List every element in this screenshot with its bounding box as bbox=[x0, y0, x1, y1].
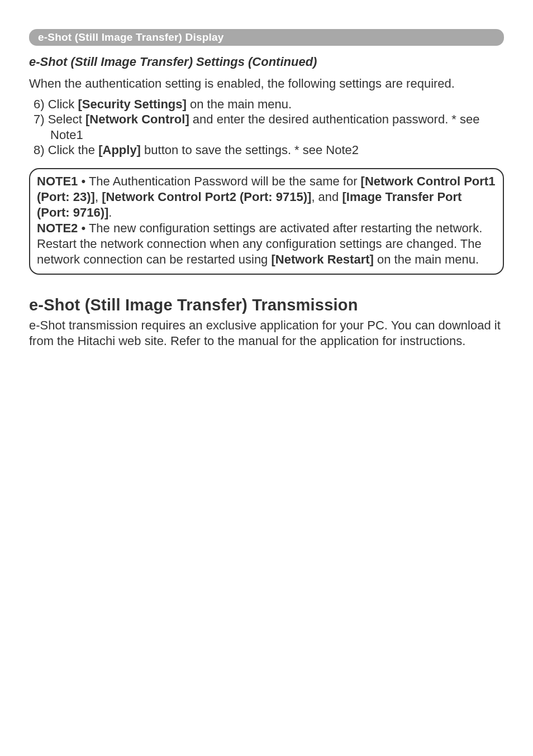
step-bold: [Apply] bbox=[98, 143, 141, 157]
note1: NOTE1 • The Authentication Password will… bbox=[37, 174, 496, 221]
step-text: button to save the settings. * see Note2 bbox=[141, 143, 359, 157]
subtitle: e-Shot (Still Image Transfer) Settings (… bbox=[29, 55, 504, 69]
note-bold: [Network Restart] bbox=[271, 252, 373, 266]
step-6: 6) Click [Security Settings] on the main… bbox=[31, 97, 504, 112]
step-text: Select bbox=[48, 112, 85, 126]
step-text: Click bbox=[48, 97, 78, 111]
note-text: . bbox=[108, 205, 112, 219]
step-bold: [Network Control] bbox=[85, 112, 189, 126]
step-number: 7) bbox=[34, 112, 48, 126]
note-text: • The Authentication Password will be th… bbox=[78, 174, 360, 188]
note2: NOTE2 • The new configuration settings a… bbox=[37, 221, 496, 267]
note1-label: NOTE1 bbox=[37, 174, 78, 188]
section-banner: e-Shot (Still Image Transfer) Display bbox=[29, 29, 504, 46]
note-text: on the main menu. bbox=[374, 252, 479, 266]
step-text: on the main menu. bbox=[187, 97, 292, 111]
step-number: 8) bbox=[34, 143, 48, 157]
step-8: 8) Click the [Apply] button to save the … bbox=[31, 142, 504, 158]
banner-title: e-Shot (Still Image Transfer) Display bbox=[38, 31, 224, 43]
section-body: e-Shot transmission requires an exclusiv… bbox=[29, 318, 504, 349]
section-heading: e-Shot (Still Image Transfer) Transmissi… bbox=[29, 296, 504, 314]
step-number: 6) bbox=[34, 97, 48, 111]
steps-list: 6) Click [Security Settings] on the main… bbox=[29, 97, 504, 158]
note-bold: [Network Control Port2 (Port: 9715)] bbox=[102, 190, 311, 204]
note-text: , bbox=[95, 190, 102, 204]
step-bold: [Security Settings] bbox=[78, 97, 186, 111]
note-text: , and bbox=[311, 190, 342, 204]
step-text: Click the bbox=[48, 143, 98, 157]
note-box: NOTE1 • The Authentication Password will… bbox=[29, 168, 504, 275]
note2-label: NOTE2 bbox=[37, 221, 78, 235]
step-7: 7) Select [Network Control] and enter th… bbox=[31, 112, 504, 142]
intro-text: When the authentication setting is enabl… bbox=[29, 76, 504, 92]
